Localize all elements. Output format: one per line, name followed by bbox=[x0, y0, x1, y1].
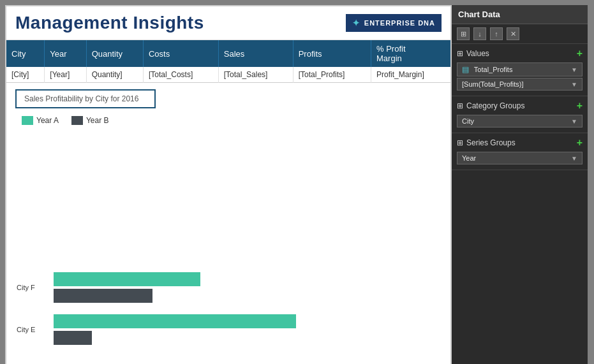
series-groups-title: ⊞ Series Groups bbox=[457, 138, 516, 147]
category-groups-header: ⊞ Category Groups + bbox=[457, 100, 583, 112]
category-grid-icon: ⊞ bbox=[457, 101, 463, 110]
legend-color-year-b bbox=[71, 116, 83, 125]
sum-dropdown-arrow[interactable]: ▼ bbox=[571, 81, 577, 88]
cell-year: [Year] bbox=[45, 67, 86, 83]
values-section: ⊞ Values + ▤ Total_Profits ▼ [Sum(Total_… bbox=[452, 44, 588, 96]
bar-row-city-f-year-b bbox=[54, 289, 442, 303]
bar-row-city-e-year-a bbox=[54, 314, 442, 328]
cell-total-profits: [Total_Profits] bbox=[293, 67, 371, 83]
series-dropdown-arrow[interactable]: ▼ bbox=[571, 155, 577, 162]
legend-label-year-a: Year A bbox=[36, 116, 59, 125]
table-header-row: City Year Quantity Costs Sales Profits %… bbox=[6, 40, 450, 67]
toolbar-btn-grid[interactable]: ⊞ bbox=[457, 27, 470, 40]
field-name-total-profits: Total_Profits bbox=[474, 66, 513, 73]
cell-quantity: Quantity] bbox=[86, 67, 143, 83]
legend-color-year-a bbox=[22, 116, 33, 125]
col-profit-margin: % ProfitMargin bbox=[371, 40, 450, 67]
series-field-year-name: Year bbox=[462, 154, 476, 162]
cell-profit-margin: Profit_Margin] bbox=[371, 67, 450, 83]
legend-year-b: Year B bbox=[71, 116, 109, 125]
col-quantity: Quantity bbox=[86, 40, 143, 67]
chart-title: Sales Profitability by City for 2016 bbox=[15, 89, 156, 108]
values-field-sum-profits[interactable]: [Sum(Total_Profits)] ▼ bbox=[457, 78, 583, 91]
category-field-city[interactable]: City ▼ bbox=[457, 115, 583, 127]
cell-total-costs: [Total_Costs] bbox=[143, 67, 218, 83]
category-groups-section: ⊞ Category Groups + City ▼ bbox=[452, 96, 588, 133]
bar-city-f-year-a bbox=[54, 272, 200, 286]
cell-city: [City] bbox=[6, 67, 45, 83]
chart-area: Sales Profitability by City for 2016 Yea… bbox=[6, 83, 450, 364]
values-add-btn[interactable]: + bbox=[577, 48, 583, 59]
bar-row-city-e-year-b bbox=[54, 331, 442, 345]
series-groups-label: Series Groups bbox=[466, 138, 516, 147]
bar-group-city-e: City E bbox=[54, 313, 442, 346]
data-table: City Year Quantity Costs Sales Profits %… bbox=[6, 40, 450, 83]
series-groups-header: ⊞ Series Groups + bbox=[457, 137, 583, 149]
field-icon-profits: ▤ bbox=[462, 65, 469, 74]
logo-icon: ✦ bbox=[352, 18, 360, 28]
panel-title: Chart Data bbox=[452, 5, 588, 24]
series-groups-section: ⊞ Series Groups + Year ▼ bbox=[452, 133, 588, 170]
col-year: Year bbox=[45, 40, 86, 67]
bar-label-city-e: City E bbox=[17, 326, 35, 333]
right-panel: Chart Data ⊞ ↓ ↑ ✕ ⊞ Values + ▤ Total_Pr… bbox=[452, 5, 588, 364]
col-profits: Profits bbox=[293, 40, 371, 67]
toolbar-btn-down[interactable]: ↓ bbox=[473, 27, 486, 40]
panel-toolbar: ⊞ ↓ ↑ ✕ bbox=[452, 24, 588, 44]
series-grid-icon: ⊞ bbox=[457, 138, 463, 147]
toolbar-btn-up[interactable]: ↑ bbox=[490, 27, 503, 40]
values-grid-icon: ⊞ bbox=[457, 49, 463, 58]
chart-legend: Year A Year B bbox=[22, 116, 442, 125]
col-city: City bbox=[6, 40, 45, 67]
legend-year-a: Year A bbox=[22, 116, 59, 125]
values-title: ⊞ Values bbox=[457, 49, 489, 58]
values-field-total-profits[interactable]: ▤ Total_Profits ▼ bbox=[457, 62, 583, 76]
series-field-year[interactable]: Year ▼ bbox=[457, 152, 583, 164]
bar-chart: City F City E bbox=[15, 135, 442, 361]
series-groups-add-btn[interactable]: + bbox=[577, 137, 583, 149]
logo-box: ✦ ENTERPRISE DNA bbox=[346, 14, 442, 32]
bar-city-e-year-a bbox=[54, 314, 296, 328]
bar-row-city-f-year-a bbox=[54, 272, 442, 286]
app-title: Management Insights bbox=[15, 13, 204, 33]
main-content: Management Insights ✦ ENTERPRISE DNA Cit… bbox=[5, 5, 452, 364]
bar-city-e-year-b bbox=[54, 331, 92, 345]
col-sales: Sales bbox=[218, 40, 293, 67]
bar-city-f-year-b bbox=[54, 289, 152, 303]
cell-total-sales: [Total_Sales] bbox=[218, 67, 293, 83]
bar-label-city-f: City F bbox=[17, 284, 35, 291]
category-dropdown-arrow[interactable]: ▼ bbox=[571, 118, 577, 125]
table-row: [City] [Year] Quantity] [Total_Costs] [T… bbox=[6, 67, 450, 83]
brand-name: ENTERPRISE DNA bbox=[364, 19, 435, 27]
bar-group-city-f: City F bbox=[54, 271, 442, 304]
category-groups-add-btn[interactable]: + bbox=[577, 100, 583, 112]
field-sum-label: [Sum(Total_Profits)] bbox=[462, 80, 524, 88]
toolbar-btn-delete[interactable]: ✕ bbox=[507, 27, 519, 40]
category-groups-label: Category Groups bbox=[466, 101, 524, 110]
values-header: ⊞ Values + bbox=[457, 48, 583, 59]
values-dropdown-arrow[interactable]: ▼ bbox=[571, 66, 577, 73]
values-label: Values bbox=[466, 49, 489, 58]
category-field-city-name: City bbox=[462, 117, 474, 125]
col-costs: Costs bbox=[143, 40, 218, 67]
legend-label-year-b: Year B bbox=[86, 116, 109, 125]
category-groups-title: ⊞ Category Groups bbox=[457, 101, 524, 110]
header: Management Insights ✦ ENTERPRISE DNA bbox=[6, 6, 450, 40]
